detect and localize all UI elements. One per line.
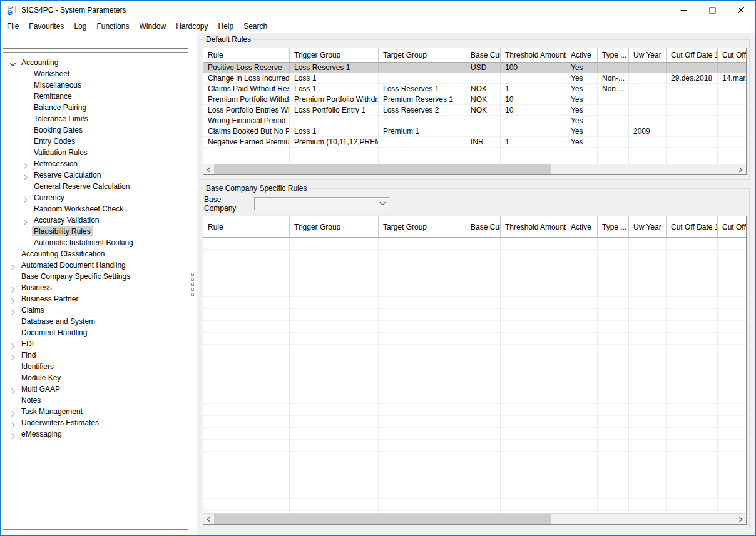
chevron-right-icon[interactable] <box>9 420 16 427</box>
menu-item-help[interactable]: Help <box>213 21 238 32</box>
chevron-right-icon[interactable] <box>22 217 29 224</box>
table-row[interactable]: Change in Loss IncurredLoss 1YesNon-...2… <box>203 73 746 84</box>
tree-item-worksheet[interactable]: Worksheet <box>3 68 188 79</box>
tree-item-accounting[interactable]: Accounting <box>3 57 188 68</box>
chevron-right-icon[interactable] <box>9 386 16 393</box>
chevron-right-icon[interactable] <box>9 341 16 348</box>
tree-item-database-and-system[interactable]: Database and System <box>3 316 188 327</box>
column-header-trigger-group[interactable]: Trigger Group <box>290 48 379 62</box>
menu-item-window[interactable]: Window <box>134 21 171 32</box>
tree-item-claims[interactable]: Claims <box>3 305 188 316</box>
table-row[interactable]: Premium Portfolio Withdr...Premium Portf… <box>203 94 746 105</box>
minimize-button[interactable] <box>669 1 698 19</box>
menu-item-log[interactable]: Log <box>69 21 91 32</box>
tree-item-entry-codes[interactable]: Entry Codes <box>3 136 188 147</box>
tree-item-task-management[interactable]: Task Management <box>3 406 188 417</box>
column-header-target-group[interactable]: Target Group <box>379 216 466 237</box>
column-header-rule[interactable]: Rule <box>203 216 290 237</box>
column-header-cut-off-da[interactable]: Cut Off Da <box>718 48 747 62</box>
scrollbar-thumb[interactable] <box>214 514 551 525</box>
column-header-type[interactable]: Type ... <box>598 216 629 237</box>
default-rules-hscrollbar[interactable] <box>203 164 746 174</box>
tree-item-remittance[interactable]: Remittance <box>3 91 188 102</box>
tree-item-miscellaneous[interactable]: Miscellaneous <box>3 79 188 91</box>
chevron-right-icon[interactable] <box>9 307 16 314</box>
column-header-rule[interactable]: Rule <box>203 48 290 62</box>
chevron-left-icon[interactable] <box>203 164 214 175</box>
tree-item-booking-dates[interactable]: Booking Dates <box>3 124 188 136</box>
menu-item-favourites[interactable]: Favourites <box>24 21 69 32</box>
tree-item-automatic-instalment-booking[interactable]: Automatic Instalment Booking <box>3 237 188 248</box>
table-row[interactable]: Loss Portfolio Entries Wit...Loss Portfo… <box>203 105 746 116</box>
chevron-down-icon[interactable] <box>9 59 16 66</box>
column-header-target-group[interactable]: Target Group <box>379 48 466 62</box>
chevron-left-icon[interactable] <box>203 514 214 525</box>
chevron-right-icon[interactable] <box>735 164 746 175</box>
menu-item-search[interactable]: Search <box>238 21 272 32</box>
tree-item-business[interactable]: Business <box>3 282 188 293</box>
tree-item-retrocession[interactable]: Retrocession <box>3 158 188 169</box>
table-row[interactable]: Claims Paid Without Res...Loss 1Loss Res… <box>203 84 746 94</box>
tree-item-accounting-classification[interactable]: Accounting Classification <box>3 248 188 260</box>
column-header-threshold-amount[interactable]: Threshold Amount <box>501 216 566 237</box>
column-header-base-curr[interactable]: Base Curr <box>466 48 501 62</box>
column-header-cut-off-da[interactable]: Cut Off Da <box>718 216 747 237</box>
tree-item-automated-document-handling[interactable]: Automated Document Handling <box>3 260 188 271</box>
column-header-active[interactable]: Active <box>566 216 598 237</box>
column-header-uw-year[interactable]: Uw Year <box>629 48 667 62</box>
tree-item-find[interactable]: Find <box>3 350 188 361</box>
tree-item-document-handling[interactable]: Document Handling <box>3 327 188 338</box>
column-header-trigger-group[interactable]: Trigger Group <box>290 216 379 237</box>
column-header-uw-year[interactable]: Uw Year <box>629 216 667 237</box>
chevron-right-icon[interactable] <box>735 514 746 525</box>
chevron-right-icon[interactable] <box>9 262 16 269</box>
tree-item-tolerance-limits[interactable]: Tolerance Limits <box>3 113 188 124</box>
column-header-threshold-amount[interactable]: Threshold Amount <box>501 48 566 62</box>
tree-item-balance-pairing[interactable]: Balance Pairing <box>3 102 188 113</box>
table-cell: NOK <box>466 94 501 105</box>
close-button[interactable] <box>727 1 755 19</box>
tree-item-reserve-calculation[interactable]: Reserve Calculation <box>3 169 188 181</box>
menu-item-file[interactable]: File <box>2 21 24 32</box>
base-company-select[interactable] <box>254 197 389 210</box>
table-row[interactable]: Positive Loss ReserveLoss Reserves 1USD1… <box>203 63 746 73</box>
tree-item-validation-rules[interactable]: Validation Rules <box>3 147 188 158</box>
chevron-right-icon[interactable] <box>9 352 16 359</box>
tree-item-business-partner[interactable]: Business Partner <box>3 293 188 305</box>
chevron-right-icon[interactable] <box>22 195 29 201</box>
chevron-right-icon[interactable] <box>9 431 16 438</box>
chevron-right-icon[interactable] <box>9 296 16 303</box>
scrollbar-thumb[interactable] <box>214 164 551 175</box>
tree-item-identifiers[interactable]: Identifiers <box>3 361 188 372</box>
tree-item-accuracy-validation[interactable]: Accuracy Validation <box>3 215 188 226</box>
tree-item-edi[interactable]: EDI <box>3 338 188 350</box>
column-header-cut-off-date-1[interactable]: Cut Off Date 1 <box>667 216 718 237</box>
pane-splitter[interactable] <box>188 33 197 535</box>
tree-item-general-reserve-calculation[interactable]: General Reserve Calculation <box>3 181 188 192</box>
base-company-hscrollbar[interactable] <box>203 513 746 524</box>
tree-item-underwriters-estimates[interactable]: Underwriters Estimates <box>3 417 188 428</box>
table-row[interactable]: Claims Booked But No P...Loss 1Premium 1… <box>203 126 746 137</box>
tree-item-plausibility-rules[interactable]: Plausibility Rules <box>3 226 188 237</box>
column-header-type[interactable]: Type ... <box>598 48 629 62</box>
chevron-right-icon[interactable] <box>22 161 29 168</box>
chevron-right-icon[interactable] <box>22 172 29 179</box>
menu-item-hardcopy[interactable]: Hardcopy <box>171 21 213 32</box>
tree-item-emessaging[interactable]: eMessaging <box>3 428 188 440</box>
search-input[interactable] <box>3 36 188 49</box>
tree-item-module-key[interactable]: Module Key <box>3 372 188 383</box>
column-header-base-curr[interactable]: Base Curr <box>466 216 501 237</box>
tree-item-notes[interactable]: Notes <box>3 395 188 406</box>
tree-item-multi-gaap[interactable]: Multi GAAP <box>3 383 188 395</box>
tree-item-base-company-specific-settings[interactable]: Base Company Specific Settings <box>3 271 188 282</box>
tree-item-random-worksheet-check[interactable]: Random Worksheet Check <box>3 203 188 215</box>
chevron-right-icon[interactable] <box>9 408 16 415</box>
maximize-button[interactable] <box>698 1 727 19</box>
table-row[interactable]: Wrong Financial PeriodYes <box>203 116 746 126</box>
menu-item-functions[interactable]: Functions <box>91 21 134 32</box>
chevron-right-icon[interactable] <box>9 285 16 291</box>
column-header-active[interactable]: Active <box>566 48 598 62</box>
table-row[interactable]: Negative Earned PremiumPremium (10,11,12… <box>203 137 746 148</box>
column-header-cut-off-date-1[interactable]: Cut Off Date 1 <box>667 48 718 62</box>
tree-item-currency[interactable]: Currency <box>3 192 188 203</box>
